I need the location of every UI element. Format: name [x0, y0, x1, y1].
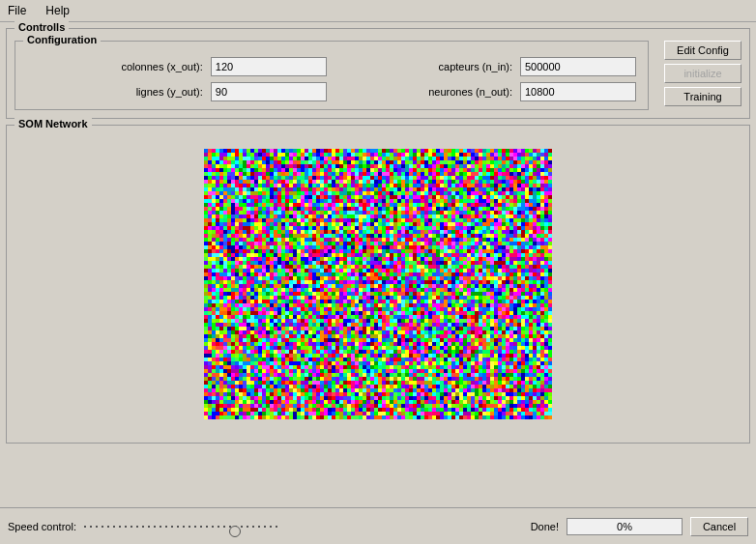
edit-config-button[interactable]: Edit Config	[664, 41, 741, 60]
neurones-label: neurones (n_out):	[334, 86, 512, 98]
colonne-label: colonnes (x_out):	[27, 61, 203, 72]
speed-slider[interactable]	[84, 519, 277, 534]
initialize-button[interactable]: initialize	[664, 64, 741, 83]
menubar: File Help	[0, 0, 756, 22]
som-canvas	[204, 149, 552, 419]
config-group: Configuration colonnes (x_out): capteurs…	[15, 41, 649, 110]
controls-title: Controlls	[15, 21, 69, 33]
lignes-label: lignes (y_out):	[27, 86, 203, 98]
speed-label: Speed control:	[8, 521, 76, 532]
bottom-bar: Speed control: Done! 0% Cancel	[0, 507, 756, 544]
menu-file[interactable]: File	[4, 2, 30, 19]
action-buttons: Edit Config initialize Training	[664, 41, 741, 106]
done-label: Done!	[531, 521, 559, 532]
config-fields: colonnes (x_out): capteurs (n_in): ligne…	[27, 57, 636, 101]
capteurs-input[interactable]	[520, 57, 636, 76]
menu-help[interactable]: Help	[42, 2, 73, 19]
controls-section: Controlls Configuration colonnes (x_out)…	[6, 28, 750, 119]
progress-bar: 0%	[567, 518, 683, 535]
training-button[interactable]: Training	[664, 87, 741, 106]
som-canvas-wrapper	[204, 149, 552, 419]
cancel-button[interactable]: Cancel	[690, 517, 748, 536]
config-title: Configuration	[23, 34, 101, 45]
colonne-input[interactable]	[211, 57, 327, 76]
lignes-input[interactable]	[211, 82, 327, 101]
progress-text: 0%	[567, 519, 682, 534]
som-section: SOM Network	[6, 125, 750, 444]
som-title: SOM Network	[15, 118, 92, 129]
capteurs-label: capteurs (n_in):	[334, 61, 512, 72]
neurones-input[interactable]	[520, 82, 636, 101]
